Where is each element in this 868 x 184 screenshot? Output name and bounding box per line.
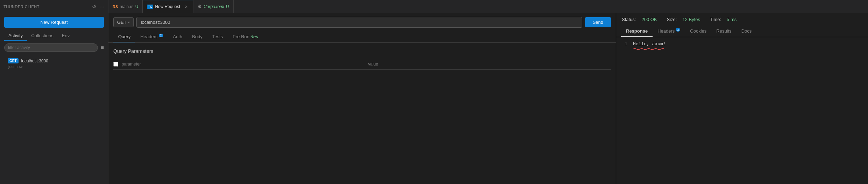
query-params-title: Query Parameters: [113, 48, 611, 54]
sidebar-item-activity[interactable]: Activity: [4, 31, 27, 41]
method-chevron-icon: ▾: [128, 20, 130, 24]
tab-results[interactable]: Results: [711, 26, 736, 37]
tab-tests[interactable]: Tests: [207, 32, 228, 42]
param-checkbox[interactable]: [113, 62, 118, 67]
tab-label-cargo-toml: Cargo.toml: [204, 4, 224, 9]
tab-icon-gear: ⚙: [198, 4, 202, 9]
request-tabs: Query Headers2 Auth Body Tests Pre RunNe…: [108, 31, 616, 43]
tab-body[interactable]: Body: [187, 32, 207, 42]
status-label: Status:: [622, 17, 636, 22]
query-params-section: Query Parameters: [108, 43, 616, 75]
url-input[interactable]: [136, 17, 582, 28]
tab-label-main-rs: main.rs: [120, 4, 133, 9]
method-select[interactable]: GET ▾: [113, 17, 134, 27]
response-tabs: Response Headers3 Cookies Results Docs: [616, 26, 868, 37]
param-name-input[interactable]: [122, 62, 365, 67]
refresh-icon[interactable]: ↺: [92, 4, 97, 10]
tab-icon-rs: RS: [113, 5, 118, 9]
tab-prerun[interactable]: Pre RunNew: [228, 32, 263, 42]
status-value: 200 OK: [641, 17, 657, 22]
tab-response-headers[interactable]: Headers3: [653, 26, 685, 37]
response-body: 1 Hello, axum!: [616, 37, 868, 184]
time-label: Time:: [710, 17, 721, 22]
size-value: 12 Bytes: [682, 17, 700, 22]
send-button[interactable]: Send: [585, 17, 611, 27]
size-label: Size:: [667, 17, 677, 22]
list-item[interactable]: GET localhost:3000 just now: [3, 55, 105, 71]
request-panel: GET ▾ Send Query Headers2 Auth Body Test…: [108, 13, 616, 184]
tab-close-new-request[interactable]: ×: [183, 4, 189, 9]
tab-cookies[interactable]: Cookies: [685, 26, 711, 37]
tab-modified-cargo-toml: U: [226, 4, 229, 9]
response-status-bar: Status: 200 OK Size: 12 Bytes Time: 5 ms: [616, 13, 868, 26]
filter-lines-icon[interactable]: ≡: [101, 45, 104, 51]
app-title: THUNDER CLIENT: [3, 5, 40, 9]
line-number: 1: [622, 41, 627, 47]
squiggle-underline: [633, 48, 664, 50]
tab-new-request[interactable]: TC New Request ×: [143, 0, 193, 13]
tab-response[interactable]: Response: [621, 26, 653, 37]
tab-docs[interactable]: Docs: [737, 26, 757, 37]
method-badge: GET: [8, 58, 19, 63]
response-panel: Status: 200 OK Size: 12 Bytes Time: 5 ms…: [616, 13, 868, 184]
sidebar-nav: Activity Collections Env: [0, 31, 108, 41]
prerun-new-badge: New: [250, 35, 258, 39]
activity-time: just now: [8, 64, 100, 69]
tab-auth[interactable]: Auth: [168, 32, 187, 42]
tab-headers[interactable]: Headers2: [135, 31, 168, 42]
tab-main-rs[interactable]: RS main.rs U: [108, 0, 143, 13]
param-row: [113, 59, 611, 70]
sidebar: New Request Activity Collections Env ≡ G…: [0, 13, 108, 184]
activity-url: localhost:3000: [21, 59, 48, 63]
sidebar-item-collections[interactable]: Collections: [27, 31, 58, 41]
response-line-1: 1 Hello, axum!: [622, 41, 862, 49]
headers-badge: 2: [159, 34, 163, 37]
method-label: GET: [117, 20, 127, 25]
tab-cargo-toml[interactable]: ⚙ Cargo.toml U: [193, 0, 233, 13]
param-value-input[interactable]: [368, 62, 611, 67]
tab-query[interactable]: Query: [113, 32, 135, 42]
filter-input[interactable]: [8, 45, 94, 50]
sidebar-item-env[interactable]: Env: [58, 31, 74, 41]
tab-modified-main-rs: U: [135, 4, 138, 9]
url-bar: GET ▾ Send: [108, 13, 616, 31]
time-value: 5 ms: [727, 17, 737, 22]
response-text: Hello, axum!: [633, 41, 666, 47]
response-headers-badge: 3: [676, 28, 680, 32]
more-icon[interactable]: ⋯: [99, 4, 105, 10]
tab-label-new-request: New Request: [155, 4, 180, 9]
tab-icon-tc: TC: [147, 5, 153, 9]
new-request-button[interactable]: New Request: [4, 17, 104, 28]
